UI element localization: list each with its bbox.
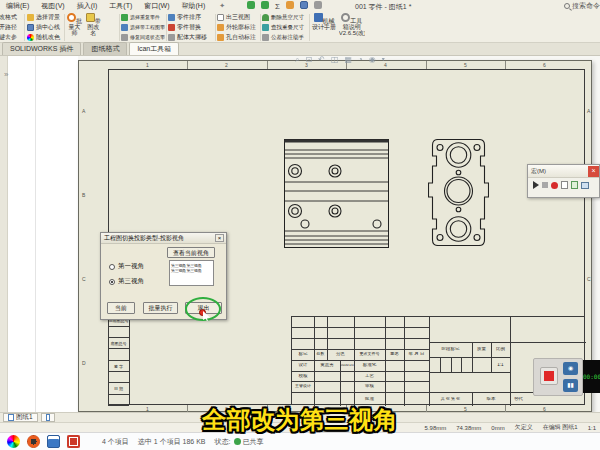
sigma-icon[interactable]: Σ [275, 2, 280, 11]
stop-macro-icon[interactable] [542, 182, 548, 188]
btn-toolbox-about[interactable]: 工具箱说明V2.6.5(改) [339, 12, 365, 43]
collab-icon[interactable] [247, 1, 255, 9]
feature-tree-panel[interactable]: » [8, 56, 78, 412]
add-sheet-tab[interactable] [41, 413, 55, 422]
btn-hole-auto-dimension[interactable]: 孔自动标注 [217, 32, 259, 42]
tb-review: 审核 [354, 384, 385, 389]
tb-design-date: 2016/1/5 [340, 364, 354, 368]
macro-close-button[interactable]: × [588, 166, 599, 177]
explorer-status-text: 4 个项目 选中 1 个项目 186 KB 状态: 已共享 [102, 437, 264, 447]
red-app-icon[interactable] [67, 435, 80, 448]
calculator-app-icon[interactable] [47, 435, 60, 448]
hide-show-icon[interactable]: ◉ [369, 55, 376, 65]
tab-sheet1[interactable]: 图纸1 [3, 413, 38, 422]
macro-toolbar-popup[interactable]: 宏(M) × [527, 164, 600, 198]
btn-rename-with-drawing[interactable]: 带图改名 [85, 12, 102, 43]
macro-title-bar[interactable]: 宏(M) × [528, 165, 599, 178]
btn-batch-master[interactable]: 批量大师 [66, 12, 83, 43]
zone-label: C [82, 276, 86, 282]
btn-find-overlap-dims[interactable]: 查找重叠尺寸 [262, 22, 308, 32]
dropdown-icon[interactable]: ▾ [382, 55, 385, 65]
projection-angle-dialog[interactable]: 工程图切换投影类型-投影视角 × 查看当前视角 第三视角 第三视角 第三视角 第… [100, 232, 227, 320]
tb-mass: 质量 [472, 347, 491, 352]
share-status: 状态: 已共享 [215, 437, 264, 447]
search-commands[interactable]: 搜索命令 [564, 1, 600, 11]
recorder-timer: 00:00:15 [583, 360, 600, 393]
tree-flyout-arrow[interactable]: » [4, 70, 8, 79]
btn-tolerance-helper[interactable]: 公差标注助手 [262, 32, 308, 42]
macro-options-icon[interactable] [581, 182, 589, 189]
display-style-icon[interactable]: ◔ [358, 55, 363, 65]
menu-help[interactable]: 帮助(H) [176, 1, 212, 11]
menu-view[interactable]: 视图(V) [35, 1, 70, 11]
btn-assembly-move[interactable]: 配体大挪移 [168, 32, 214, 42]
gear-icon[interactable] [314, 1, 322, 9]
current-button[interactable]: 当前 [107, 302, 135, 314]
front-view[interactable] [284, 139, 389, 248]
btn-centerline[interactable]: 插中心线 [27, 22, 63, 32]
tb-process: 工艺 [354, 374, 385, 379]
table-icon[interactable] [300, 1, 308, 9]
menu-window[interactable]: 窗口(W) [138, 1, 175, 11]
run-macro-icon[interactable] [533, 181, 539, 189]
btn-mech-handbook[interactable]: 机械设计手册 [311, 12, 337, 43]
dialog-close-button[interactable]: × [215, 234, 224, 242]
dialog-title-bar[interactable]: 工程图切换投影类型-投影视角 × [101, 233, 226, 244]
btn-three-views[interactable]: 出三视图 [217, 12, 259, 22]
btn-outline-dimension[interactable]: 外轮廓标注 [217, 22, 259, 32]
btn-select-duplicate-parts[interactable]: 选择重复零件 [121, 12, 165, 22]
btn-part-sort[interactable]: 零件排序 [168, 12, 214, 22]
collab2-icon[interactable] [261, 1, 269, 9]
tb-replace: 替代 [514, 397, 534, 402]
tab-lcan-toolbox[interactable]: lcan工具箱 [129, 42, 179, 55]
new-macro-icon[interactable] [561, 181, 568, 189]
pin-icon[interactable]: ✦ [219, 2, 225, 10]
tb-scale: 比例 [491, 347, 510, 352]
tab-solidworks-addins[interactable]: SOLIDWORKS 插件 [2, 42, 81, 55]
tab-sheet-format[interactable]: 图纸格式 [83, 42, 127, 55]
add-sheet-icon [46, 414, 50, 421]
menu-insert[interactable]: 插入(I) [71, 1, 104, 11]
status-label: 状态: [215, 437, 231, 447]
angle-preview-list[interactable]: 第三视角 第三视角 第三视角 第三视角 [169, 260, 214, 286]
tb-chief-design: 主管设计 [292, 384, 314, 388]
recorder-stop-button[interactable] [540, 367, 558, 385]
recorder-camera-icon[interactable]: ◉ [563, 362, 578, 375]
section-view-icon[interactable]: ◫ [331, 55, 339, 65]
btn-part-replace[interactable]: 零件替换 [168, 22, 214, 32]
recorder-pause-icon[interactable]: ▮▮ [563, 379, 578, 392]
toolbar-group-views: 出三视图 外轮廓标注 孔自动标注 [217, 12, 259, 43]
user-icon[interactable] [286, 1, 294, 9]
zone-label: C [587, 276, 591, 282]
btn-random-color[interactable]: 随机改色 [27, 32, 63, 42]
batch-execute-button[interactable]: 批量执行 [143, 302, 178, 314]
btn-delete-dangling-dims[interactable]: 删除悬空尺寸 [262, 12, 308, 22]
view-orientation-icon[interactable]: ▦ [344, 55, 352, 65]
menu-edit[interactable]: 编辑(E) [0, 1, 35, 11]
btn-remove-refs[interactable]: 一键去参 [0, 32, 23, 42]
tb-check: 校核 [292, 374, 314, 379]
previous-view-icon[interactable]: ↶ [318, 55, 325, 65]
radio-third-angle[interactable]: 第三视角 [109, 277, 144, 286]
menu-tools[interactable]: 工具(T) [103, 1, 138, 11]
zoom-fit-icon[interactable]: ⌕ [295, 55, 299, 65]
sort-icon [168, 14, 175, 21]
btn-repair-rollback-parts[interactable]: 修复回退状态零件 [121, 32, 165, 42]
record-macro-icon[interactable] [551, 182, 558, 189]
btn-select-parts-with-drawings[interactable]: 选择带工程图零件 [121, 22, 165, 32]
status-editing: 在编辑 图纸1 [543, 423, 578, 432]
radio-first-angle[interactable]: 第一视角 [109, 262, 144, 271]
zoom-area-icon[interactable]: ⊡ [305, 55, 312, 65]
zone-label: 2 [225, 62, 228, 68]
btn-modify-format[interactable]: 修改格式 [0, 12, 23, 22]
search-label: 搜索命令 [572, 1, 600, 11]
view-current-angle-button[interactable]: 查看当前视角 [167, 247, 215, 258]
select-dup-icon [121, 14, 128, 21]
video-caption: 全部改为第三视角 [202, 404, 398, 436]
edit-macro-icon[interactable] [571, 181, 578, 189]
side-view[interactable] [428, 139, 489, 246]
btn-select-background[interactable]: 选择背景 [27, 12, 63, 22]
btn-open-path[interactable]: 打开路径 [0, 22, 23, 32]
color-wheel-app-icon[interactable] [7, 435, 20, 448]
ring-app-icon[interactable] [27, 435, 40, 448]
